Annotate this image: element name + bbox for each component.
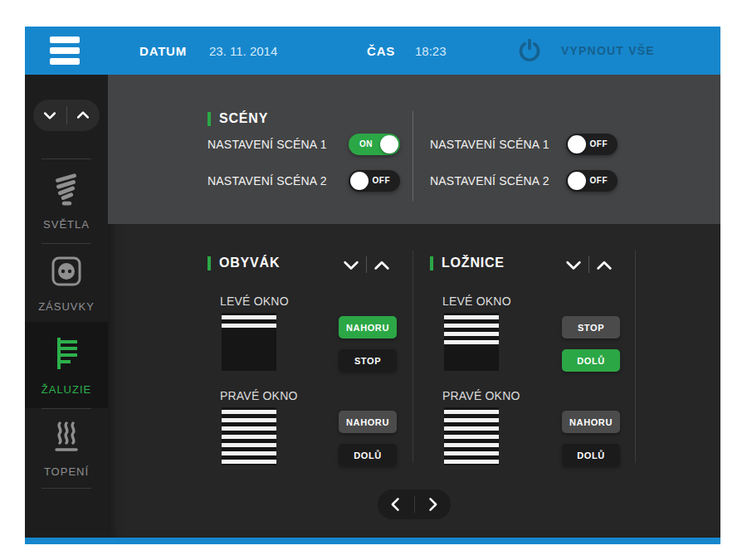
blind-slat bbox=[222, 324, 276, 328]
scenes-title: SCÉNY bbox=[208, 111, 268, 126]
lightbulb-icon bbox=[49, 171, 84, 211]
app-window: DATUM 23. 11. 2014 ČAS 18:23 VYPNOUT VŠE bbox=[25, 27, 720, 544]
divider bbox=[588, 256, 589, 273]
blind-slat bbox=[444, 460, 499, 464]
power-all-off-button[interactable]: VYPNOUT VŠE bbox=[516, 27, 655, 75]
scenes-title-text: SCÉNY bbox=[219, 111, 268, 126]
time-label: ČAS bbox=[367, 27, 395, 75]
blind-button[interactable]: STOP bbox=[562, 316, 620, 338]
toggle-state-label: OFF bbox=[590, 170, 608, 192]
date-label: DATUM bbox=[139, 27, 187, 75]
blind-slat bbox=[222, 451, 276, 455]
window-blinds-graphic bbox=[222, 407, 276, 465]
blind-slat bbox=[222, 426, 276, 431]
blind-slat bbox=[444, 451, 499, 455]
topbar: DATUM 23. 11. 2014 ČAS 18:23 VYPNOUT VŠE bbox=[25, 27, 720, 75]
blind-button[interactable]: NAHORU bbox=[562, 411, 620, 433]
bottom-accent-bar bbox=[25, 538, 720, 544]
blind-slat bbox=[444, 332, 499, 336]
scene-label: NASTAVENÍ SCÉNA 1 bbox=[208, 134, 327, 155]
room-controls bbox=[564, 256, 614, 274]
window-blinds-graphic bbox=[222, 313, 276, 371]
chevron-up-icon[interactable] bbox=[67, 100, 100, 131]
sidebar-item-label: TOPENÍ bbox=[44, 465, 89, 478]
toggle-knob bbox=[568, 135, 586, 153]
blind-button[interactable]: DOLŮ bbox=[562, 349, 620, 372]
blind-slat bbox=[222, 418, 276, 422]
sidebar-item-svetla[interactable]: SVĚTLA bbox=[25, 158, 108, 243]
screen: DATUM 23. 11. 2014 ČAS 18:23 VYPNOUT VŠE bbox=[0, 0, 747, 560]
divider bbox=[413, 111, 413, 201]
scene-toggle[interactable]: OFF bbox=[566, 170, 618, 192]
sidebar: SVĚTLA ZÁSUVKY bbox=[25, 75, 108, 538]
blind-slat bbox=[222, 443, 276, 447]
chevron-down-icon[interactable] bbox=[564, 256, 583, 274]
chevron-down-icon[interactable] bbox=[34, 100, 66, 131]
divider bbox=[42, 488, 91, 489]
menu-bar bbox=[50, 37, 80, 43]
menu-bar bbox=[50, 47, 80, 54]
room-title-obyvak: OBYVÁK bbox=[208, 256, 280, 270]
room-title-text: OBYVÁK bbox=[219, 256, 280, 270]
main-content: SCÉNY NASTAVENÍ SCÉNA 1 ON NASTAVENÍ SCÉ… bbox=[108, 75, 720, 538]
sidebar-item-zaluzie[interactable]: ŽALUZIE bbox=[25, 322, 108, 408]
accent-bar bbox=[208, 256, 211, 270]
blind-slat bbox=[222, 460, 276, 464]
divider bbox=[413, 251, 413, 463]
blind-slat bbox=[444, 443, 499, 447]
chevron-up-icon[interactable] bbox=[594, 256, 614, 274]
blind-slat bbox=[444, 315, 499, 319]
divider bbox=[635, 251, 636, 463]
room-title-loznice: LOŽNICE bbox=[430, 256, 505, 270]
scene-toggle[interactable]: ON bbox=[349, 134, 400, 155]
time-value: 18:23 bbox=[415, 27, 447, 75]
blinds-section: OBYVÁK LEVÉ OKNO NAHORU STOP bbox=[108, 224, 720, 538]
date-value: 23. 11. 2014 bbox=[209, 27, 277, 75]
scene-toggle[interactable]: OFF bbox=[349, 170, 400, 192]
blind-slat bbox=[444, 410, 499, 414]
window-label: PRAVÉ OKNO bbox=[442, 389, 520, 402]
scene-toggle[interactable]: OFF bbox=[566, 134, 618, 155]
toggle-state-label: OFF bbox=[590, 134, 608, 155]
blinds-icon bbox=[48, 334, 85, 376]
toggle-state-label: ON bbox=[359, 134, 373, 155]
blind-slat bbox=[444, 324, 499, 328]
scene-label: NASTAVENÍ SCÉNA 1 bbox=[430, 134, 549, 155]
blind-button[interactable]: DOLŮ bbox=[339, 444, 397, 466]
sidebar-item-topeni[interactable]: TOPENÍ bbox=[25, 408, 108, 488]
outlet-icon bbox=[48, 253, 85, 293]
sidebar-item-zasuvky[interactable]: ZÁSUVKY bbox=[25, 243, 108, 322]
blind-button[interactable]: NAHORU bbox=[339, 411, 397, 433]
blind-button[interactable]: DOLŮ bbox=[562, 444, 620, 466]
window-label: PRAVÉ OKNO bbox=[220, 389, 298, 402]
window-label: LEVÉ OKNO bbox=[220, 295, 289, 308]
menu-bar bbox=[50, 58, 80, 65]
toggle-state-label: OFF bbox=[373, 170, 391, 192]
room-title-text: LOŽNICE bbox=[442, 256, 505, 270]
sidebar-scroll-pill bbox=[33, 100, 100, 131]
chevron-left-icon[interactable] bbox=[378, 489, 414, 519]
blind-slat bbox=[444, 435, 499, 439]
scene-label: NASTAVENÍ SCÉNA 2 bbox=[430, 170, 549, 192]
blind-slat bbox=[222, 315, 276, 319]
accent-bar bbox=[430, 256, 433, 270]
heating-icon bbox=[48, 418, 85, 458]
room-pager bbox=[378, 489, 451, 519]
sidebar-item-label: SVĚTLA bbox=[43, 218, 90, 231]
toggle-knob bbox=[568, 172, 586, 190]
divider bbox=[366, 256, 367, 273]
blind-button[interactable]: NAHORU bbox=[339, 316, 397, 338]
chevron-right-icon[interactable] bbox=[415, 489, 451, 519]
power-all-off-label: VYPNOUT VŠE bbox=[561, 44, 655, 57]
toggle-knob bbox=[350, 172, 369, 190]
accent-bar bbox=[208, 112, 211, 126]
menu-icon[interactable] bbox=[50, 37, 80, 65]
window-blinds-graphic bbox=[444, 313, 499, 371]
sidebar-item-label: ŽALUZIE bbox=[42, 383, 91, 396]
blind-button[interactable]: STOP bbox=[339, 349, 397, 372]
toggle-knob bbox=[380, 135, 398, 153]
blind-slat bbox=[222, 410, 276, 414]
blind-slat bbox=[222, 435, 276, 439]
chevron-down-icon[interactable] bbox=[341, 256, 361, 274]
chevron-up-icon[interactable] bbox=[372, 256, 392, 274]
